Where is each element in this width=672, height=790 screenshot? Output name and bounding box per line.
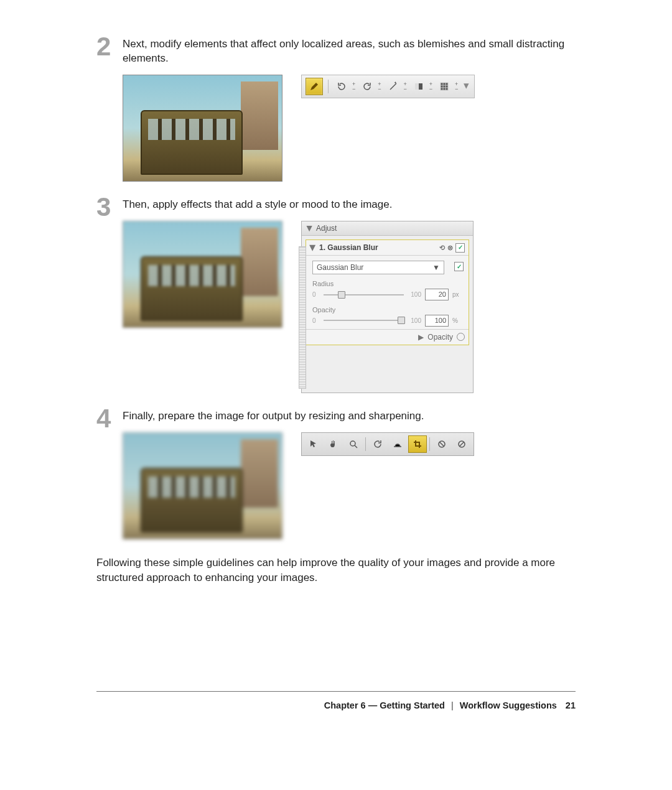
- straighten-icon[interactable]: [388, 435, 407, 453]
- page-number: 21: [566, 700, 576, 710]
- example-image-output: [123, 432, 282, 539]
- rotate-icon[interactable]: [368, 435, 387, 453]
- effect-preset-dropdown[interactable]: Gaussian Blur ▼: [312, 261, 444, 274]
- page-footer: Chapter 6 — Getting Started | Workflow S…: [324, 700, 576, 710]
- opacity-max: 100: [408, 317, 421, 325]
- crop-icon[interactable]: [408, 435, 427, 453]
- radius-value-input[interactable]: 20: [425, 289, 449, 300]
- panel-header[interactable]: ▶ Adjust: [302, 221, 473, 236]
- radius-min: 0: [312, 290, 320, 299]
- example-image: [123, 75, 282, 182]
- gradient-icon[interactable]: [411, 78, 427, 95]
- step-4: 4 Finally, prepare the image for output …: [96, 409, 576, 539]
- panel-title: Adjust: [316, 223, 337, 233]
- footer-separator: |: [451, 700, 454, 710]
- wand-icon[interactable]: [385, 78, 401, 95]
- closing-paragraph: Following these simple guidelines can he…: [96, 555, 576, 585]
- disclosure-triangle-icon[interactable]: ▶: [304, 225, 314, 231]
- step-3: 3 Then, apply effects that add a style o…: [96, 198, 576, 393]
- slider-thumb-icon[interactable]: [398, 317, 405, 324]
- step-text: Next, modify elements that affect only l…: [123, 37, 576, 66]
- svg-rect-1: [415, 83, 419, 90]
- retouch-toolbar: +− +− +− +− +−: [301, 75, 475, 98]
- preset-checkbox[interactable]: ✓: [454, 262, 464, 271]
- hand-pan-icon[interactable]: [324, 435, 343, 453]
- delete-icon[interactable]: ⊗: [447, 243, 453, 253]
- panel-grip-icon[interactable]: [299, 246, 306, 389]
- radius-slider[interactable]: [324, 294, 404, 295]
- rotate-ccw-icon[interactable]: [334, 78, 350, 95]
- effect-title: 1. Gaussian Blur: [319, 243, 378, 253]
- example-image-blurred: [123, 221, 282, 328]
- step-number: 4: [96, 407, 123, 430]
- deny-ccw-icon[interactable]: [432, 435, 451, 453]
- adjust-panel: ▶ Adjust ▶ 1. Gaussian Blur ⟲ ⊗: [301, 221, 474, 393]
- step-text: Finally, prepare the image for output by…: [123, 409, 576, 424]
- rotate-cw-icon[interactable]: [359, 78, 375, 95]
- output-toolbar: [301, 432, 474, 456]
- opacity-label: Opacity: [312, 305, 462, 315]
- enable-checkbox[interactable]: ✓: [455, 243, 465, 253]
- chevron-down-icon: ▼: [432, 263, 440, 272]
- pattern-icon[interactable]: [436, 78, 452, 95]
- plus-minus-icon: +−: [404, 81, 407, 91]
- svg-rect-2: [441, 83, 448, 90]
- plus-minus-icon: +−: [455, 81, 458, 91]
- separator: [365, 437, 366, 451]
- effect-block: ▶ 1. Gaussian Blur ⟲ ⊗ ✓ Gaussian: [306, 239, 469, 345]
- overflow-icon[interactable]: ▾: [462, 78, 470, 95]
- step-text: Then, apply effects that add a style or …: [123, 198, 576, 212]
- arrow-cursor-icon[interactable]: [304, 435, 323, 453]
- plus-minus-icon: +−: [378, 81, 381, 91]
- radius-unit: px: [452, 290, 462, 299]
- step-number: 2: [96, 35, 123, 58]
- step-number: 3: [96, 195, 123, 219]
- footer-rule: [96, 691, 576, 692]
- opacity-unit: %: [452, 317, 462, 325]
- footer-opacity-label: Opacity: [427, 332, 453, 342]
- disclosure-triangle-icon[interactable]: ▶: [307, 245, 317, 251]
- svg-point-4: [350, 441, 355, 446]
- plus-minus-icon: +−: [429, 81, 432, 91]
- opacity-radio[interactable]: [457, 333, 465, 341]
- brush-tool-icon[interactable]: [306, 78, 323, 95]
- disclosure-triangle-icon[interactable]: ▶: [418, 332, 424, 342]
- step-2: 2 Next, modify elements that affect only…: [96, 37, 576, 182]
- dropdown-value: Gaussian Blur: [317, 263, 363, 272]
- opacity-value-input[interactable]: 100: [425, 315, 449, 327]
- deny-cw-icon[interactable]: [452, 435, 471, 453]
- radius-max: 100: [408, 290, 421, 299]
- zoom-icon[interactable]: [344, 435, 363, 453]
- footer-section: Workflow Suggestions: [460, 700, 557, 710]
- opacity-min: 0: [312, 317, 320, 325]
- opacity-slider[interactable]: [324, 320, 404, 321]
- plus-minus-icon: +−: [352, 81, 355, 91]
- separator: [328, 80, 329, 93]
- radius-label: Radius: [312, 279, 462, 289]
- footer-chapter: Chapter 6 — Getting Started: [324, 700, 445, 710]
- slider-thumb-icon[interactable]: [338, 291, 345, 299]
- separator: [429, 437, 430, 451]
- reset-icon[interactable]: ⟲: [439, 243, 445, 253]
